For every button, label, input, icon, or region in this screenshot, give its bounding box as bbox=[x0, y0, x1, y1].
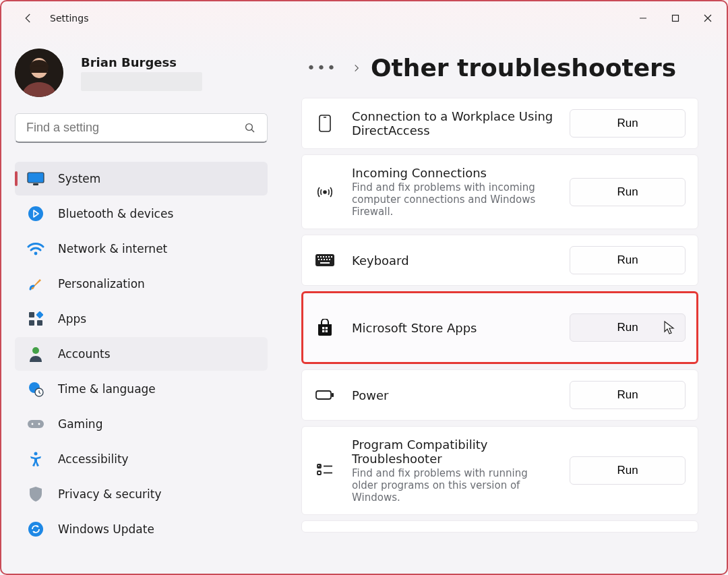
svg-point-21 bbox=[28, 522, 43, 537]
troubleshooter-title: Microsoft Store Apps bbox=[352, 321, 553, 335]
chevron-right-icon bbox=[352, 63, 361, 73]
sidebar-item-label: Accessibility bbox=[58, 452, 129, 466]
store-icon bbox=[314, 319, 336, 336]
troubleshooter-list: Connection to a Workplace Using DirectAc… bbox=[301, 98, 698, 533]
troubleshooter-microsoft-store-apps[interactable]: Microsoft Store Apps Run bbox=[301, 291, 698, 364]
sidebar-item-label: Windows Update bbox=[58, 522, 154, 536]
svg-rect-31 bbox=[318, 259, 320, 260]
sidebar-item-accessibility[interactable]: Accessibility bbox=[15, 442, 268, 476]
breadcrumb-overflow-button[interactable]: ••• bbox=[301, 57, 342, 79]
troubleshooter-incoming-connections[interactable]: Incoming Connections Find and fix proble… bbox=[301, 154, 698, 229]
svg-rect-28 bbox=[326, 256, 327, 258]
svg-rect-39 bbox=[322, 330, 324, 332]
run-button[interactable]: Run bbox=[570, 313, 686, 342]
close-button[interactable] bbox=[692, 5, 724, 32]
svg-point-9 bbox=[34, 252, 38, 255]
svg-rect-12 bbox=[29, 320, 34, 326]
svg-rect-30 bbox=[331, 256, 332, 258]
battery-icon bbox=[314, 389, 336, 401]
svg-rect-25 bbox=[317, 256, 319, 258]
svg-rect-7 bbox=[33, 183, 38, 185]
bluetooth-icon bbox=[27, 205, 44, 222]
checklist-icon bbox=[314, 462, 336, 479]
arrow-left-icon bbox=[22, 12, 34, 24]
sidebar-item-system[interactable]: System bbox=[15, 162, 268, 195]
troubleshooter-more-below bbox=[301, 520, 698, 533]
svg-point-23 bbox=[324, 191, 326, 193]
phone-icon bbox=[314, 114, 336, 133]
svg-rect-33 bbox=[324, 259, 325, 260]
run-button-label: Run bbox=[617, 321, 638, 334]
svg-rect-40 bbox=[326, 330, 328, 332]
svg-rect-0 bbox=[673, 16, 679, 22]
svg-point-14 bbox=[32, 347, 39, 354]
troubleshooter-title: Connection to a Workplace Using DirectAc… bbox=[352, 109, 553, 138]
svg-point-19 bbox=[38, 423, 40, 425]
svg-point-8 bbox=[28, 206, 43, 221]
troubleshooter-title: Incoming Connections bbox=[352, 166, 553, 180]
main-content: ••• Other troubleshooters Connection to … bbox=[281, 35, 727, 574]
maximize-button[interactable] bbox=[659, 5, 692, 32]
svg-rect-17 bbox=[28, 420, 44, 428]
svg-point-4 bbox=[246, 123, 253, 130]
sidebar-item-label: Time & language bbox=[58, 382, 156, 396]
sidebar-item-personalization[interactable]: Personalization bbox=[15, 267, 268, 301]
run-button[interactable]: Run bbox=[570, 381, 686, 409]
search-box[interactable] bbox=[15, 113, 268, 143]
shield-icon bbox=[27, 485, 44, 503]
sidebar-item-label: Bluetooth & devices bbox=[58, 207, 173, 220]
keyboard-icon bbox=[314, 253, 336, 268]
nav-list: System Bluetooth & devices Network & int… bbox=[15, 162, 268, 546]
sidebar-item-privacy[interactable]: Privacy & security bbox=[15, 477, 268, 511]
sidebar-item-network[interactable]: Network & internet bbox=[15, 232, 268, 266]
troubleshooter-title: Power bbox=[352, 388, 553, 402]
run-button[interactable]: Run bbox=[570, 246, 686, 274]
minimize-icon bbox=[639, 14, 647, 22]
troubleshooter-title: Program Compatibility Troubleshooter bbox=[352, 437, 553, 466]
sidebar-item-gaming[interactable]: Gaming bbox=[15, 407, 268, 441]
troubleshooter-directaccess[interactable]: Connection to a Workplace Using DirectAc… bbox=[301, 98, 698, 149]
person-icon bbox=[27, 345, 44, 363]
app-title: Settings bbox=[50, 13, 88, 24]
svg-rect-44 bbox=[317, 471, 321, 475]
sidebar-item-accounts[interactable]: Accounts bbox=[15, 337, 268, 371]
accessibility-icon bbox=[27, 450, 44, 468]
sidebar-item-label: Privacy & security bbox=[58, 487, 162, 501]
minimize-button[interactable] bbox=[627, 5, 659, 32]
svg-rect-10 bbox=[29, 312, 34, 317]
run-button[interactable]: Run bbox=[570, 456, 686, 485]
sidebar-item-apps[interactable]: Apps bbox=[15, 302, 268, 336]
sidebar-item-bluetooth[interactable]: Bluetooth & devices bbox=[15, 197, 268, 231]
svg-rect-35 bbox=[329, 259, 330, 260]
gamepad-icon bbox=[27, 415, 44, 433]
close-icon bbox=[703, 13, 712, 23]
svg-point-20 bbox=[34, 452, 38, 456]
search-input[interactable] bbox=[26, 121, 244, 135]
sidebar-item-time-language[interactable]: Time & language bbox=[15, 372, 268, 406]
troubleshooter-power[interactable]: Power Run bbox=[301, 369, 698, 421]
troubleshooter-program-compatibility[interactable]: Program Compatibility Troubleshooter Fin… bbox=[301, 426, 698, 515]
breadcrumb: ••• Other troubleshooters bbox=[301, 54, 698, 82]
run-button[interactable]: Run bbox=[570, 178, 686, 206]
svg-rect-27 bbox=[323, 256, 324, 258]
svg-rect-41 bbox=[316, 391, 331, 399]
svg-rect-26 bbox=[320, 256, 322, 258]
sidebar-item-label: Accounts bbox=[58, 347, 111, 361]
svg-rect-5 bbox=[28, 173, 44, 183]
search-icon bbox=[244, 122, 256, 134]
troubleshooter-title: Keyboard bbox=[352, 253, 553, 268]
svg-rect-13 bbox=[37, 320, 42, 326]
svg-point-18 bbox=[32, 423, 34, 425]
svg-rect-38 bbox=[326, 327, 328, 329]
run-button[interactable]: Run bbox=[570, 109, 686, 138]
sidebar-item-label: Apps bbox=[58, 312, 86, 326]
profile-block[interactable]: Brian Burgess bbox=[15, 49, 268, 97]
sidebar-item-windows-update[interactable]: Windows Update bbox=[15, 512, 268, 546]
sidebar-item-label: Gaming bbox=[58, 417, 102, 431]
sidebar-item-label: Network & internet bbox=[58, 242, 167, 255]
cursor-icon bbox=[663, 320, 675, 335]
troubleshooter-keyboard[interactable]: Keyboard Run bbox=[301, 235, 698, 286]
svg-rect-11 bbox=[36, 311, 43, 319]
back-button[interactable] bbox=[15, 5, 42, 32]
maximize-icon bbox=[671, 14, 679, 22]
